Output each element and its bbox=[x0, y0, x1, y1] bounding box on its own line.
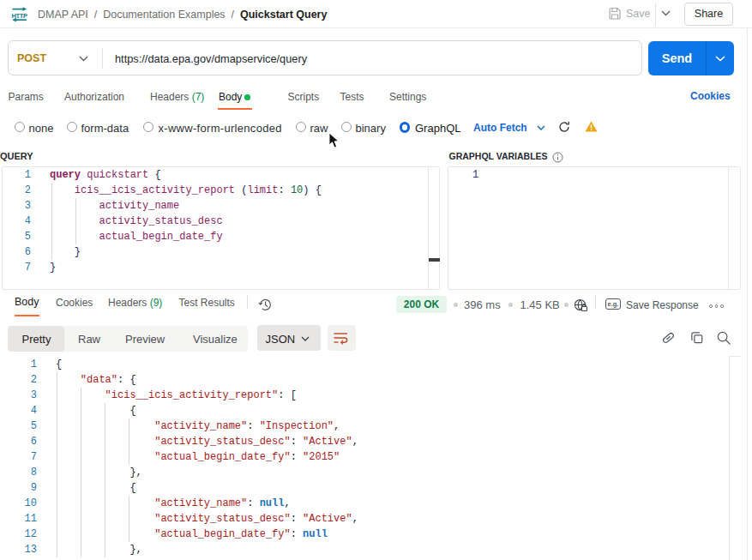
svg-text:HTTP: HTTP bbox=[11, 12, 27, 20]
